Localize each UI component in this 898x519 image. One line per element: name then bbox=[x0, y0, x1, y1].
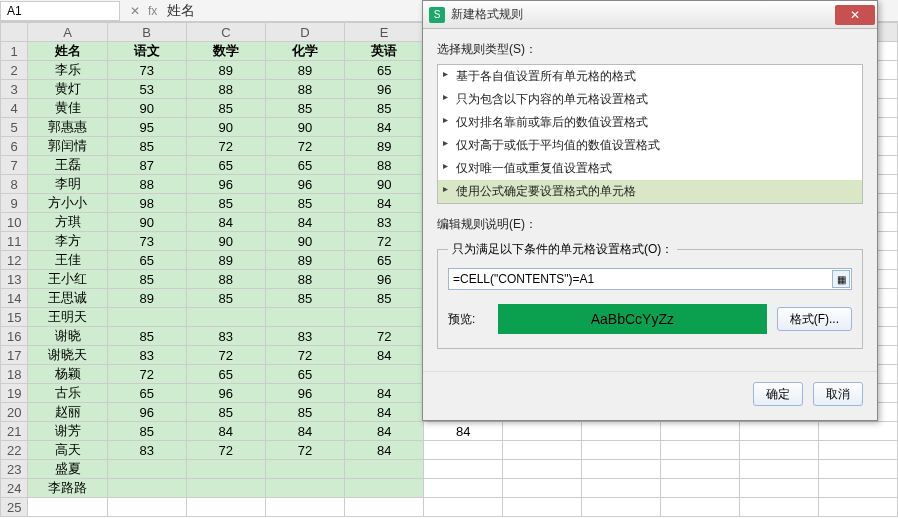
cell-C11[interactable]: 90 bbox=[186, 232, 265, 251]
select-all-corner[interactable] bbox=[1, 23, 28, 42]
cell-E17[interactable]: 84 bbox=[345, 346, 424, 365]
cell-A2[interactable]: 李乐 bbox=[28, 61, 107, 80]
cell-C12[interactable]: 89 bbox=[186, 251, 265, 270]
cell-A13[interactable]: 王小红 bbox=[28, 270, 107, 289]
cell-B10[interactable]: 90 bbox=[107, 213, 186, 232]
cell-A19[interactable]: 古乐 bbox=[28, 384, 107, 403]
cell-I22[interactable] bbox=[661, 441, 740, 460]
cell-B2[interactable]: 73 bbox=[107, 61, 186, 80]
cell-I24[interactable] bbox=[661, 479, 740, 498]
cell-I21[interactable] bbox=[661, 422, 740, 441]
cell-B12[interactable]: 65 bbox=[107, 251, 186, 270]
row-header-24[interactable]: 24 bbox=[1, 479, 28, 498]
cell-A5[interactable]: 郭惠惠 bbox=[28, 118, 107, 137]
cell-B21[interactable]: 85 bbox=[107, 422, 186, 441]
cell-B16[interactable]: 85 bbox=[107, 327, 186, 346]
cell-B14[interactable]: 89 bbox=[107, 289, 186, 308]
cell-A25[interactable] bbox=[28, 498, 107, 517]
cell-K23[interactable] bbox=[818, 460, 897, 479]
cell-C9[interactable]: 85 bbox=[186, 194, 265, 213]
cell-reference-box[interactable]: A1 bbox=[0, 1, 120, 21]
cell-A16[interactable]: 谢晓 bbox=[28, 327, 107, 346]
cell-D22[interactable]: 72 bbox=[265, 441, 344, 460]
cell-H22[interactable] bbox=[582, 441, 661, 460]
cell-K21[interactable] bbox=[818, 422, 897, 441]
row-header-8[interactable]: 8 bbox=[1, 175, 28, 194]
cell-E20[interactable]: 84 bbox=[345, 403, 424, 422]
cell-D12[interactable]: 89 bbox=[265, 251, 344, 270]
cell-E11[interactable]: 72 bbox=[345, 232, 424, 251]
cell-B18[interactable]: 72 bbox=[107, 365, 186, 384]
format-button[interactable]: 格式(F)... bbox=[777, 307, 852, 331]
cell-B11[interactable]: 73 bbox=[107, 232, 186, 251]
cell-J23[interactable] bbox=[740, 460, 819, 479]
cell-C22[interactable]: 72 bbox=[186, 441, 265, 460]
cell-D24[interactable] bbox=[265, 479, 344, 498]
rule-option-2[interactable]: 仅对排名靠前或靠后的数值设置格式 bbox=[438, 111, 862, 134]
row-header-19[interactable]: 19 bbox=[1, 384, 28, 403]
cell-D5[interactable]: 90 bbox=[265, 118, 344, 137]
formula-input[interactable] bbox=[448, 268, 852, 290]
row-header-9[interactable]: 9 bbox=[1, 194, 28, 213]
row-header-6[interactable]: 6 bbox=[1, 137, 28, 156]
cell-B17[interactable]: 83 bbox=[107, 346, 186, 365]
row-header-12[interactable]: 12 bbox=[1, 251, 28, 270]
row-header-16[interactable]: 16 bbox=[1, 327, 28, 346]
row-header-2[interactable]: 2 bbox=[1, 61, 28, 80]
row-header-23[interactable]: 23 bbox=[1, 460, 28, 479]
cell-E18[interactable] bbox=[345, 365, 424, 384]
cell-A14[interactable]: 王思诚 bbox=[28, 289, 107, 308]
cell-G22[interactable] bbox=[503, 441, 582, 460]
cell-B4[interactable]: 90 bbox=[107, 99, 186, 118]
row-header-3[interactable]: 3 bbox=[1, 80, 28, 99]
cell-E16[interactable]: 72 bbox=[345, 327, 424, 346]
cell-B25[interactable] bbox=[107, 498, 186, 517]
cell-A15[interactable]: 王明天 bbox=[28, 308, 107, 327]
cell-E9[interactable]: 84 bbox=[345, 194, 424, 213]
cell-A18[interactable]: 杨颖 bbox=[28, 365, 107, 384]
fx-icon[interactable]: fx bbox=[148, 4, 157, 18]
cell-A10[interactable]: 方琪 bbox=[28, 213, 107, 232]
cell-I25[interactable] bbox=[661, 498, 740, 517]
cell-E7[interactable]: 88 bbox=[345, 156, 424, 175]
cell-H25[interactable] bbox=[582, 498, 661, 517]
cell-I23[interactable] bbox=[661, 460, 740, 479]
cell-B7[interactable]: 87 bbox=[107, 156, 186, 175]
cell-A24[interactable]: 李路路 bbox=[28, 479, 107, 498]
rule-option-5[interactable]: 使用公式确定要设置格式的单元格 bbox=[438, 180, 862, 203]
cell-A12[interactable]: 王佳 bbox=[28, 251, 107, 270]
cell-G23[interactable] bbox=[503, 460, 582, 479]
cell-A23[interactable]: 盛夏 bbox=[28, 460, 107, 479]
cell-E13[interactable]: 96 bbox=[345, 270, 424, 289]
cell-D20[interactable]: 85 bbox=[265, 403, 344, 422]
cell-C16[interactable]: 83 bbox=[186, 327, 265, 346]
cancel-button[interactable]: 取消 bbox=[813, 382, 863, 406]
cell-D17[interactable]: 72 bbox=[265, 346, 344, 365]
cell-E2[interactable]: 65 bbox=[345, 61, 424, 80]
cell-A17[interactable]: 谢晓天 bbox=[28, 346, 107, 365]
cell-D1[interactable]: 化学 bbox=[265, 42, 344, 61]
rule-option-3[interactable]: 仅对高于或低于平均值的数值设置格式 bbox=[438, 134, 862, 157]
cell-B8[interactable]: 88 bbox=[107, 175, 186, 194]
cell-D25[interactable] bbox=[265, 498, 344, 517]
rule-type-list[interactable]: 基于各自值设置所有单元格的格式只为包含以下内容的单元格设置格式仅对排名靠前或靠后… bbox=[437, 64, 863, 204]
row-header-5[interactable]: 5 bbox=[1, 118, 28, 137]
cell-E21[interactable]: 84 bbox=[345, 422, 424, 441]
cell-H24[interactable] bbox=[582, 479, 661, 498]
cell-C20[interactable]: 85 bbox=[186, 403, 265, 422]
cell-E1[interactable]: 英语 bbox=[345, 42, 424, 61]
ok-button[interactable]: 确定 bbox=[753, 382, 803, 406]
cell-F24[interactable] bbox=[424, 479, 503, 498]
cell-B6[interactable]: 85 bbox=[107, 137, 186, 156]
col-header-C[interactable]: C bbox=[186, 23, 265, 42]
cell-A9[interactable]: 方小小 bbox=[28, 194, 107, 213]
cell-D4[interactable]: 85 bbox=[265, 99, 344, 118]
cell-D8[interactable]: 96 bbox=[265, 175, 344, 194]
cell-B9[interactable]: 98 bbox=[107, 194, 186, 213]
cell-K25[interactable] bbox=[818, 498, 897, 517]
cell-A6[interactable]: 郭闰情 bbox=[28, 137, 107, 156]
row-header-11[interactable]: 11 bbox=[1, 232, 28, 251]
cell-C19[interactable]: 96 bbox=[186, 384, 265, 403]
cell-A4[interactable]: 黄佳 bbox=[28, 99, 107, 118]
cell-E3[interactable]: 96 bbox=[345, 80, 424, 99]
